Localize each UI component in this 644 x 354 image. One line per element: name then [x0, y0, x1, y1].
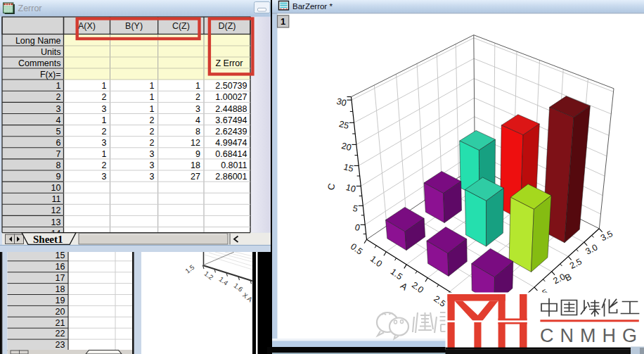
svg-text:18: 18: [56, 284, 65, 294]
svg-text:3: 3: [150, 149, 155, 159]
svg-text:16: 16: [56, 262, 65, 272]
svg-text:9: 9: [56, 172, 61, 182]
svg-text:BarZerror *: BarZerror *: [292, 2, 333, 11]
svg-text:20: 20: [56, 307, 65, 317]
svg-text:8: 8: [195, 127, 200, 137]
svg-text:0.68414: 0.68414: [215, 149, 247, 159]
svg-text:22: 22: [56, 329, 65, 339]
svg-text:3: 3: [102, 172, 107, 182]
svg-text:18: 18: [191, 160, 200, 170]
svg-text:A(X): A(X): [78, 21, 96, 31]
svg-text:21: 21: [56, 318, 65, 328]
svg-text:2.44888: 2.44888: [215, 104, 247, 114]
svg-text:3: 3: [150, 160, 155, 170]
svg-text:8: 8: [56, 160, 61, 170]
svg-text:7: 7: [56, 149, 61, 159]
svg-text:10: 10: [51, 183, 61, 193]
svg-text:3: 3: [150, 172, 155, 182]
svg-text:2.50739: 2.50739: [215, 81, 247, 91]
svg-text:4: 4: [56, 115, 61, 125]
svg-text:2: 2: [102, 160, 107, 170]
svg-text:1: 1: [102, 149, 107, 159]
svg-text:17: 17: [56, 273, 65, 283]
svg-text:1.00027: 1.00027: [215, 92, 247, 102]
svg-text:2: 2: [195, 92, 200, 102]
svg-text:2: 2: [56, 92, 61, 102]
svg-text:2: 2: [150, 138, 155, 148]
svg-text:0.8011: 0.8011: [221, 160, 247, 170]
svg-text:19: 19: [56, 296, 65, 305]
svg-text:1: 1: [102, 81, 107, 91]
svg-text:4.99474: 4.99474: [215, 138, 247, 148]
svg-text:1: 1: [150, 104, 155, 114]
svg-text:3: 3: [102, 104, 107, 114]
svg-text:Zerror: Zerror: [18, 4, 42, 13]
svg-text:27: 27: [191, 172, 200, 182]
svg-text:4: 4: [195, 115, 200, 125]
svg-text:9: 9: [195, 149, 200, 159]
svg-text:F(x)=: F(x)=: [40, 70, 61, 80]
svg-text:2.62439: 2.62439: [215, 127, 247, 137]
svg-text:15: 15: [56, 251, 65, 260]
svg-text:1: 1: [281, 16, 285, 27]
svg-text:2: 2: [102, 127, 107, 137]
svg-text:13: 13: [51, 217, 61, 227]
svg-text:5: 5: [56, 127, 61, 137]
svg-text:6: 6: [56, 138, 61, 148]
svg-text:12: 12: [51, 206, 61, 215]
svg-text:Units: Units: [41, 47, 60, 57]
svg-text:2: 2: [150, 115, 155, 125]
svg-text:3: 3: [195, 104, 200, 114]
svg-text:3.67494: 3.67494: [215, 115, 247, 125]
svg-text:Comments: Comments: [18, 58, 60, 68]
svg-text:Long Name: Long Name: [15, 36, 61, 46]
svg-text:1: 1: [56, 81, 61, 91]
svg-text:3: 3: [102, 138, 107, 148]
svg-text:Z Error: Z Error: [215, 58, 243, 68]
svg-text:1: 1: [102, 115, 107, 125]
svg-text:CNMHG: CNMHG: [540, 325, 643, 346]
svg-text:C(Z): C(Z): [172, 21, 190, 31]
svg-text:12: 12: [191, 138, 200, 148]
svg-text:23: 23: [56, 340, 65, 350]
svg-text:3: 3: [56, 104, 61, 114]
svg-text:1: 1: [150, 92, 155, 102]
svg-text:1: 1: [195, 81, 200, 91]
svg-text:2: 2: [150, 127, 155, 137]
svg-text:Sheet1: Sheet1: [33, 234, 63, 245]
svg-text:11: 11: [52, 194, 61, 204]
svg-text:B(Y): B(Y): [125, 21, 143, 31]
svg-text:2: 2: [102, 92, 107, 102]
svg-text:D(Z): D(Z): [219, 21, 236, 31]
svg-text:2.86001: 2.86001: [215, 172, 247, 182]
svg-text:1: 1: [150, 81, 155, 91]
